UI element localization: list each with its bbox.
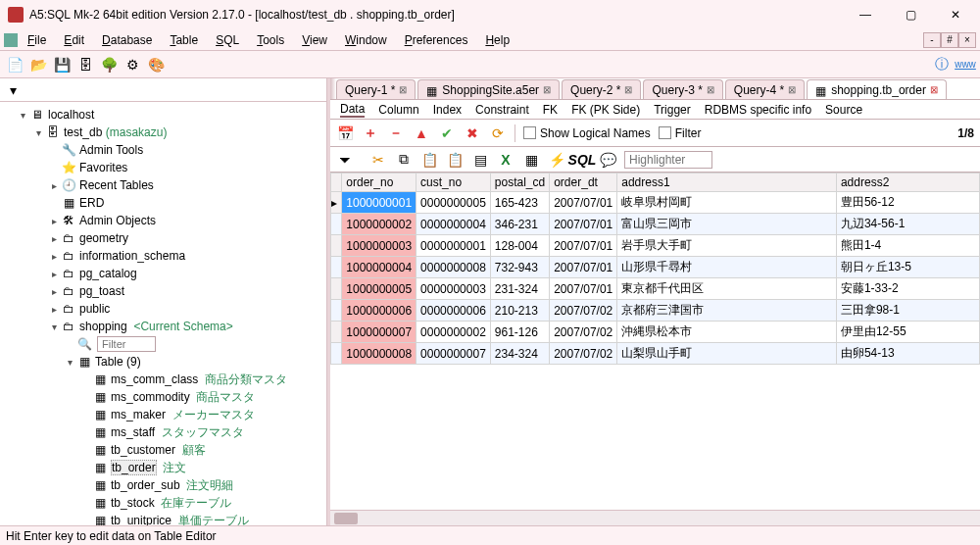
- copy-icon[interactable]: ⧉: [395, 151, 413, 169]
- tree-node-favorites[interactable]: Favorites: [79, 161, 127, 174]
- cell-postal-cd[interactable]: 346-231: [490, 214, 549, 235]
- cell-cust-no[interactable]: 0000000003: [416, 278, 491, 300]
- cell-postal-cd[interactable]: 128-004: [490, 235, 549, 257]
- cell-order-no[interactable]: 1000000007: [342, 322, 416, 343]
- table-row[interactable]: 10000000060000000006210-2132007/07/02京都府…: [331, 300, 980, 322]
- close-icon[interactable]: ⊠: [707, 84, 714, 95]
- cell-order-dt[interactable]: 2007/07/01: [550, 192, 617, 214]
- add-row-icon[interactable]: ＋: [362, 124, 379, 142]
- cell-order-no[interactable]: 1000000006: [342, 300, 416, 322]
- cell-order-no[interactable]: 1000000005: [342, 278, 416, 300]
- menu-window[interactable]: Window: [337, 31, 395, 49]
- subtab-fk-pk[interactable]: FK (PK Side): [571, 103, 640, 117]
- palette-icon[interactable]: 🎨: [147, 56, 165, 74]
- cell-address1[interactable]: 岩手県大手町: [617, 235, 837, 257]
- tree-node-table-group[interactable]: Table (9): [95, 355, 141, 369]
- expand-toggle[interactable]: ▾: [16, 110, 29, 121]
- table-row[interactable]: 10000000030000000001128-0042007/07/01岩手県…: [331, 235, 980, 257]
- tab-query-4[interactable]: Query-4 *⊠: [725, 79, 805, 99]
- cell-cust-no[interactable]: 0000000005: [416, 192, 491, 214]
- expand-toggle[interactable]: ▸: [47, 216, 61, 226]
- subtab-constraint[interactable]: Constraint: [475, 103, 529, 117]
- cell-order-no[interactable]: 1000000004: [342, 257, 416, 278]
- tree-node-admin-tools[interactable]: Admin Tools: [79, 143, 143, 157]
- cancel-icon[interactable]: ✖: [464, 124, 481, 142]
- highlighter-input[interactable]: [624, 151, 712, 169]
- cell-cust-no[interactable]: 0000000007: [416, 343, 491, 365]
- refresh-icon[interactable]: ⟳: [489, 124, 507, 142]
- table-row[interactable]: 10000000050000000003231-3242007/07/01東京都…: [331, 278, 980, 300]
- subtab-column[interactable]: Column: [378, 103, 418, 117]
- tree-icon[interactable]: 🌳: [100, 56, 118, 74]
- cell-address2[interactable]: 由卵54-13: [836, 343, 979, 365]
- tree-table[interactable]: ms_maker: [111, 408, 166, 421]
- tree-node-erd[interactable]: ERD: [79, 196, 104, 210]
- cell-postal-cd[interactable]: 234-324: [490, 343, 549, 365]
- data-grid[interactable]: order_no cust_no postal_cd order_dt addr…: [330, 173, 980, 510]
- menu-tools[interactable]: Tools: [249, 31, 292, 49]
- comment-icon[interactable]: 💬: [599, 151, 616, 169]
- tab-query-2[interactable]: Query-2 *⊠: [562, 79, 641, 99]
- cell-order-dt[interactable]: 2007/07/02: [550, 322, 617, 343]
- window-close-button[interactable]: ✕: [933, 0, 978, 29]
- col-address2[interactable]: address2: [836, 173, 979, 192]
- cell-address1[interactable]: 京都府三津国市: [617, 300, 837, 322]
- cell-order-dt[interactable]: 2007/07/01: [550, 278, 617, 300]
- window-maximize-button[interactable]: ▢: [888, 0, 933, 29]
- tree-table[interactable]: tb_stock: [111, 496, 155, 510]
- cell-cust-no[interactable]: 0000000001: [416, 235, 491, 257]
- expand-toggle[interactable]: ▸: [47, 269, 61, 279]
- cell-postal-cd[interactable]: 732-943: [490, 257, 549, 278]
- close-icon[interactable]: ⊠: [543, 84, 551, 95]
- cell-postal-cd[interactable]: 231-324: [490, 278, 549, 300]
- funnel-icon[interactable]: ⏷: [336, 151, 354, 169]
- save-icon[interactable]: 💾: [53, 56, 71, 74]
- gear-icon[interactable]: ⚙: [123, 56, 141, 74]
- tree-node-geometry[interactable]: geometry: [79, 231, 128, 245]
- tab-query-3[interactable]: Query-3 *⊠: [643, 79, 722, 99]
- tree-node-recent[interactable]: Recent Tables: [79, 178, 154, 192]
- mdi-minimize-button[interactable]: -: [923, 32, 941, 48]
- cell-postal-cd[interactable]: 165-423: [490, 192, 549, 214]
- close-icon[interactable]: ⊠: [624, 84, 632, 95]
- table-row[interactable]: 10000000020000000004346-2312007/07/01富山県…: [331, 214, 980, 235]
- schema-filter-input[interactable]: [97, 336, 156, 352]
- cell-cust-no[interactable]: 0000000008: [416, 257, 491, 278]
- cell-order-no[interactable]: 1000000003: [342, 235, 416, 257]
- cell-cust-no[interactable]: 0000000004: [416, 214, 491, 235]
- cell-address2[interactable]: 安藤1-33-2: [836, 278, 979, 300]
- subtab-trigger[interactable]: Trigger: [654, 103, 691, 117]
- cell-order-no[interactable]: 1000000008: [342, 343, 416, 365]
- commit-icon[interactable]: ✔: [438, 124, 456, 142]
- expand-toggle[interactable]: ▸: [47, 180, 61, 191]
- cell-address2[interactable]: 豊田56-12: [836, 192, 979, 214]
- cell-address1[interactable]: 沖縄県松本市: [617, 322, 837, 343]
- tab-tb-order[interactable]: ▦shopping.tb_order⊠: [807, 79, 947, 99]
- tree-table[interactable]: ms_comm_class: [111, 372, 198, 386]
- close-icon[interactable]: ⊠: [399, 84, 407, 95]
- cell-order-no[interactable]: 1000000002: [342, 214, 416, 235]
- col-postal-cd[interactable]: postal_cd: [490, 173, 549, 192]
- cell-address1[interactable]: 山形県千尋村: [617, 257, 837, 278]
- tree-node-info-schema[interactable]: information_schema: [79, 249, 185, 263]
- cell-postal-cd[interactable]: 961-126: [490, 322, 549, 343]
- calendar-icon[interactable]: 📅: [336, 124, 354, 142]
- db-tree[interactable]: ▾🖥localhost ▾🗄test_db (masakazu) 🔧Admin …: [0, 102, 326, 525]
- expand-toggle[interactable]: ▾: [47, 322, 61, 332]
- menu-database[interactable]: Database: [94, 31, 160, 49]
- table-row[interactable]: 10000000080000000007234-3242007/07/02山梨県…: [331, 343, 980, 365]
- cell-order-dt[interactable]: 2007/07/02: [550, 343, 617, 365]
- tree-collapse-icon[interactable]: ▾: [4, 81, 22, 99]
- db-icon[interactable]: 🗄: [76, 56, 94, 74]
- expand-toggle[interactable]: ▸: [47, 304, 61, 315]
- paste-icon[interactable]: 📋: [420, 151, 438, 169]
- tree-node-shopping[interactable]: shopping: [79, 320, 127, 333]
- cell-address2[interactable]: 三田拿98-1: [836, 300, 979, 322]
- cell-address2[interactable]: 熊田1-4: [836, 235, 979, 257]
- tab-query-1[interactable]: Query-1 *⊠: [336, 79, 416, 99]
- new-icon[interactable]: 📄: [6, 56, 24, 74]
- tree-node-pg-toast[interactable]: pg_toast: [79, 284, 124, 298]
- tree-node-server[interactable]: localhost: [48, 108, 94, 122]
- menu-help[interactable]: Help: [477, 31, 517, 49]
- subtab-source[interactable]: Source: [825, 103, 862, 117]
